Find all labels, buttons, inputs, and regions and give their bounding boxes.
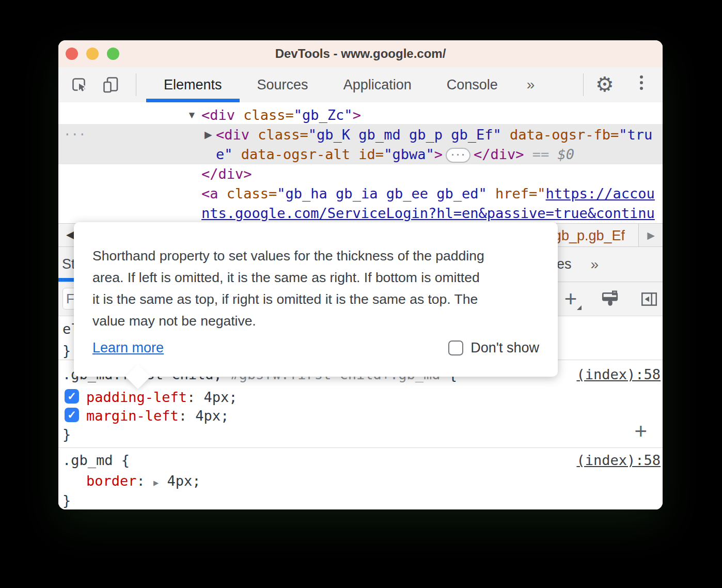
tree-node-selected-line1[interactable]: <div class="gb_K gb_md gb_p gb_Ef" data-… — [216, 125, 652, 145]
tooltip-text-line: area. If left is omitted, it is the same… — [92, 267, 539, 288]
settings-gear-icon[interactable]: ⚙ — [595, 73, 614, 96]
device-toolbar-icon — [101, 74, 121, 95]
breadcrumb-forward-button[interactable]: ▶ — [639, 224, 663, 246]
new-style-rule-button[interactable]: + — [560, 289, 581, 310]
devtools-window: DevTools - www.google.com/ Elements — [58, 40, 663, 509]
expand-shorthand-icon[interactable]: ▶ — [153, 477, 159, 488]
rule1-source-link[interactable]: (index):58 — [576, 365, 661, 384]
elements-tree-pane: ··· ▼ <div class="gb_Zc"> ▶ <div class="… — [58, 102, 663, 223]
toolbar-divider-right — [583, 73, 584, 96]
element-style-close-brace: } — [62, 341, 71, 361]
padding-left-checkbox[interactable]: ✓ — [65, 389, 79, 404]
tab-elements[interactable]: Elements — [146, 67, 240, 102]
tree-node-anchor-line1[interactable]: <a class="gb_ha gb_ia gb_ee gb_ed" href=… — [201, 184, 655, 204]
tree-node-selected-line2[interactable]: e" data-ogsr-alt id="gbwa">···</div> == … — [216, 145, 574, 164]
tab-sources[interactable]: Sources — [240, 67, 326, 102]
main-toolbar: Elements Sources Application Console » ⚙ — [58, 67, 663, 103]
tab-console[interactable]: Console — [429, 67, 515, 102]
rule-divider — [58, 447, 663, 448]
tooltip-text-line: value may not be negative. — [92, 310, 539, 332]
dont-show-checkbox[interactable] — [448, 341, 463, 355]
sidebar-more-tabs-button[interactable]: » — [590, 247, 599, 282]
tree-node-anchor-line2[interactable]: nts.google.com/ServiceLogin?hl=en&passiv… — [201, 204, 655, 223]
toggle-sidebar-panel-button[interactable] — [639, 289, 660, 310]
breadcrumb-forward-icon: ▶ — [647, 229, 655, 241]
tooltip-text-line: Shorthand property to set values for the… — [92, 245, 539, 267]
inspect-cursor-icon — [69, 74, 89, 95]
titlebar: DevTools - www.google.com/ — [58, 40, 663, 68]
learn-more-link[interactable]: Learn more — [92, 340, 164, 356]
insert-style-rule-button[interactable]: + — [634, 422, 647, 441]
margin-left-checkbox[interactable]: ✓ — [65, 408, 79, 422]
tooltip-footer: Learn more Don't show — [92, 340, 539, 356]
screenshot-background: DevTools - www.google.com/ Elements — [0, 0, 722, 588]
console-reference-badge: $0 — [558, 146, 575, 162]
dont-show-label: Don't show — [470, 340, 539, 356]
breadcrumb-divider — [638, 224, 639, 246]
hidden-elements-marker[interactable]: ··· — [64, 125, 86, 145]
check-icon: ✓ — [67, 390, 76, 403]
window-title: DevTools - www.google.com/ — [58, 40, 663, 67]
href-link-value[interactable]: https://accou — [546, 185, 655, 202]
customize-menu-icon[interactable] — [640, 75, 643, 90]
dont-show-option: Don't show — [448, 340, 539, 356]
property-border[interactable]: border: ▶ 4px; — [86, 471, 201, 492]
plus-icon: + — [564, 289, 577, 309]
toolbar-divider — [136, 73, 136, 96]
check-icon: ✓ — [67, 409, 76, 421]
main-panel-tabs: Elements Sources Application Console » — [146, 67, 546, 102]
property-margin-left[interactable]: margin-left: 4px; — [86, 406, 229, 426]
property-documentation-tooltip: Shorthand property to set values for the… — [74, 222, 558, 377]
toggle-element-state-button[interactable] — [600, 289, 620, 310]
tree-node-div-gbzc[interactable]: <div class="gb_Zc"> — [201, 105, 361, 125]
more-tabs-button[interactable]: » — [515, 67, 546, 102]
paint-brush-icon — [600, 289, 620, 309]
rule2-close-brace: } — [62, 491, 71, 509]
panel-layout-icon — [639, 289, 659, 309]
rule1-close-brace: } — [62, 425, 71, 444]
collapse-arrow-icon[interactable]: ▼ — [187, 105, 197, 125]
tooltip-text-line: it is the same as top, if right is omitt… — [92, 288, 539, 310]
rule2-source-link[interactable]: (index):58 — [576, 451, 661, 470]
toggle-device-toolbar-button[interactable] — [101, 74, 121, 95]
property-padding-left[interactable]: padding-left: 4px; — [86, 388, 238, 407]
tab-application[interactable]: Application — [326, 67, 429, 102]
breadcrumb-back-icon[interactable]: ◀ — [66, 228, 74, 241]
inspect-element-button[interactable] — [69, 74, 89, 95]
rule2-selector[interactable]: .gb_md { — [62, 451, 130, 470]
tree-node-closing-div[interactable]: </div> — [201, 164, 252, 184]
collapsed-children-ellipsis[interactable]: ··· — [446, 148, 470, 163]
expand-arrow-icon[interactable]: ▶ — [205, 125, 212, 145]
